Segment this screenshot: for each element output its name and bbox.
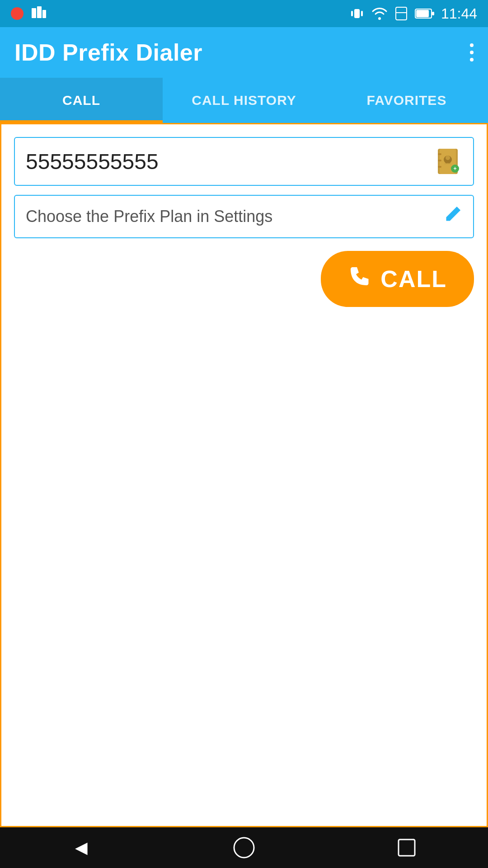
battery-icon bbox=[415, 7, 435, 20]
prefix-plan-container: Choose the Prefix Plan in Settings bbox=[14, 195, 474, 238]
edit-icon[interactable] bbox=[443, 205, 462, 228]
phone-input-container: 55555555555 + bbox=[14, 137, 474, 186]
call-phone-icon bbox=[348, 264, 371, 293]
more-vert-icon[interactable] bbox=[470, 43, 474, 61]
tab-call[interactable]: CALL bbox=[0, 78, 163, 123]
record-icon bbox=[11, 7, 23, 20]
tab-call-history[interactable]: CALL HISTORY bbox=[163, 78, 325, 123]
main-content: 55555555555 + Choose th bbox=[0, 123, 488, 827]
tab-favorites[interactable]: FAVORITES bbox=[325, 78, 488, 123]
tab-bar: CALL CALL HISTORY FAVORITES bbox=[0, 78, 488, 123]
back-button[interactable]: ◀ bbox=[63, 830, 99, 866]
time-display: 11:44 bbox=[441, 5, 477, 22]
svg-rect-1 bbox=[37, 6, 42, 18]
svg-rect-3 bbox=[354, 9, 360, 18]
svg-text:+: + bbox=[453, 165, 456, 172]
bottom-nav: ◀ bbox=[0, 827, 488, 868]
svg-rect-15 bbox=[438, 166, 441, 168]
call-button[interactable]: CALL bbox=[321, 251, 474, 307]
prefix-plan-text: Choose the Prefix Plan in Settings bbox=[26, 207, 443, 226]
notification-icon bbox=[31, 5, 47, 22]
svg-rect-10 bbox=[416, 10, 429, 17]
app-title: IDD Prefix Dialer bbox=[14, 39, 202, 66]
svg-rect-9 bbox=[432, 12, 434, 15]
status-bar: 11:44 bbox=[0, 0, 488, 27]
svg-rect-22 bbox=[399, 840, 415, 856]
home-button[interactable] bbox=[226, 830, 262, 866]
wifi-icon bbox=[371, 5, 388, 22]
status-bar-right: 11:44 bbox=[349, 5, 477, 22]
vibrate-icon bbox=[349, 5, 365, 22]
call-button-label: CALL bbox=[380, 265, 447, 292]
phone-input[interactable]: 55555555555 bbox=[26, 149, 433, 174]
svg-rect-14 bbox=[438, 160, 441, 161]
recent-apps-button[interactable] bbox=[389, 830, 425, 866]
svg-rect-2 bbox=[42, 10, 46, 18]
svg-point-17 bbox=[446, 156, 450, 160]
svg-rect-5 bbox=[361, 11, 363, 16]
svg-rect-6 bbox=[396, 7, 407, 20]
status-bar-left bbox=[11, 5, 47, 22]
svg-rect-13 bbox=[438, 153, 441, 155]
sim-icon bbox=[394, 6, 408, 21]
svg-rect-0 bbox=[32, 8, 36, 18]
app-bar: IDD Prefix Dialer bbox=[0, 27, 488, 78]
contacts-book-icon[interactable]: + bbox=[433, 147, 462, 176]
svg-point-21 bbox=[234, 838, 254, 858]
svg-rect-4 bbox=[351, 11, 353, 16]
